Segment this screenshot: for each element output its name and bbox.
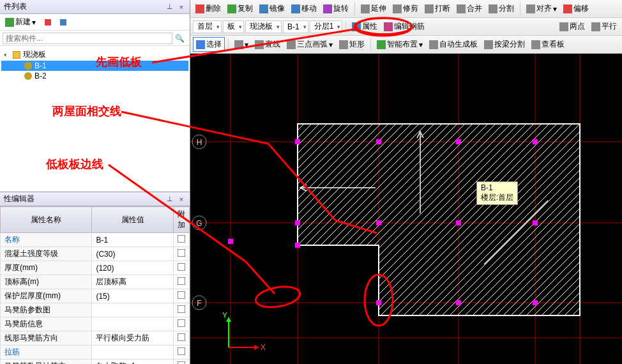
property-row[interactable]: 马凳筋信息 [1,317,190,331]
board-dropdown[interactable]: 板▾ [223,20,244,33]
select-button[interactable]: 选择 [193,37,225,52]
svg-marker-10 [298,124,580,315]
delete-button[interactable]: 删除 [193,2,224,15]
checkbox[interactable] [178,347,185,355]
svg-rect-18 [295,220,300,225]
move-button[interactable]: 移动 [289,2,319,15]
edit-rebar-button[interactable]: 编辑钢筋 [381,20,427,33]
svg-rect-26 [295,243,300,248]
break-button[interactable]: 打断 [422,2,453,15]
mirror-button[interactable]: 镜像 [257,2,287,15]
checkbox[interactable] [178,361,185,364]
arc-tool[interactable]: 三点画弧▾ [284,38,335,51]
smart-layout-button[interactable]: 智能布置▾ [374,38,425,51]
delete-item-button[interactable] [42,18,54,27]
svg-rect-21 [533,220,538,225]
svg-text:F: F [197,299,201,308]
checkbox[interactable] [178,305,185,313]
property-row[interactable]: 顶标高(m)层顶标高 [1,275,190,289]
property-row[interactable]: 拉筋 [1,345,190,360]
trim-button[interactable]: 修剪 [390,2,421,15]
new-bar: 新建▾ [0,14,190,31]
property-row[interactable]: 马凳筋参数图 [1,303,190,317]
toolbar-row-2: 首层▾ 板▾ 现浇板▾ B-1▾ 分层1▾ 属性 编辑钢筋 两点 平行 [190,18,622,36]
beam-split-button[interactable]: 按梁分割 [482,38,527,51]
cast-board-dropdown[interactable]: 现浇板▾ [245,20,282,33]
checkbox[interactable] [178,277,185,285]
property-row[interactable]: 厚度(mm)(120) [1,261,190,275]
tree-item-b1[interactable]: B-1 [1,61,188,71]
property-row[interactable]: 保护层厚度(mm)(15) [1,289,190,303]
align-button[interactable]: 对齐▾ [524,2,559,15]
svg-text:H: H [197,138,202,147]
drawing-canvas[interactable]: H G F X Y B-1楼层:首层 [190,54,622,364]
merge-button[interactable]: 合并 [454,2,485,15]
prop-panel-title: 性编辑器 [4,193,34,204]
close-icon[interactable]: × [177,3,186,11]
property-row[interactable]: 名称B-1 [1,233,190,247]
copy-item-button[interactable] [57,18,69,27]
property-row[interactable]: 线形马凳筋方向平行横向受力筋 [1,331,190,345]
property-table: 属性名称 属性值 附加 名称B-1混凝土强度等级(C30)厚度(mm)(120)… [0,206,190,364]
offset-button[interactable]: 偏移 [561,2,591,15]
prop-panel-header: 性编辑器 ⊥ × [0,192,190,206]
svg-rect-16 [456,139,461,144]
svg-rect-22 [376,300,381,305]
pin-icon[interactable]: ⊥ [165,195,174,204]
tree-item-b2[interactable]: B-2 [1,71,188,81]
svg-rect-15 [376,139,381,144]
rect-tool[interactable]: 矩形 [337,38,367,51]
checkbox[interactable] [178,333,185,341]
checkbox[interactable] [178,249,185,257]
property-row[interactable]: 马凳筋数量计算方向上取整+1 [1,360,190,365]
floor-dropdown[interactable]: 首层▾ [193,20,222,33]
svg-rect-24 [533,300,538,305]
close-icon[interactable]: × [177,195,186,204]
panel-title: 件列表 [4,1,27,12]
toolbar-row-3: 选择 ▾ 直线 三点画弧▾ 矩形 智能布置▾ 自动生成板 按梁分割 查看板 [190,36,622,54]
parallel-button[interactable]: 平行 [589,20,619,33]
search-input[interactable] [3,33,172,44]
svg-rect-19 [376,220,381,225]
level-dropdown[interactable]: 分层1▾ [310,20,343,33]
pin-icon[interactable]: ⊥ [165,3,174,11]
svg-rect-17 [533,139,538,144]
checkbox[interactable] [178,235,185,243]
component-list-panel: 件列表 ⊥ × 新建▾ 🔍 ▾ 现浇板 B-1 B-2 [0,0,190,192]
panel-header: 件列表 ⊥ × [0,0,190,14]
copy-button[interactable]: 复制 [225,2,255,15]
properties-button[interactable]: 属性 [349,20,380,33]
col-value: 属性值 [92,207,174,233]
rotate-button[interactable]: 旋转 [321,2,351,15]
point-tool[interactable]: ▾ [232,39,251,50]
split-button[interactable]: 分割 [486,2,517,15]
extend-button[interactable]: 延伸 [358,2,389,15]
svg-rect-25 [228,239,233,244]
tree-root[interactable]: ▾ 现浇板 [1,49,188,61]
line-tool[interactable]: 直线 [252,38,283,51]
svg-rect-14 [295,139,300,144]
auto-gen-button[interactable]: 自动生成板 [427,38,480,51]
svg-text:Y: Y [222,311,227,320]
property-row[interactable]: 混凝土强度等级(C30) [1,247,190,261]
b1-dropdown[interactable]: B-1▾ [283,20,308,33]
view-board-button[interactable]: 查看板 [529,38,567,51]
component-tree: ▾ 现浇板 B-1 B-2 [0,46,190,84]
svg-text:X: X [261,343,266,352]
svg-marker-34 [254,345,259,350]
svg-text:G: G [196,219,202,228]
search-bar: 🔍 [0,31,190,46]
col-name: 属性名称 [1,207,92,233]
checkbox[interactable] [178,319,185,327]
svg-rect-23 [456,300,461,305]
col-extra: 附加 [174,207,190,233]
property-editor-panel: 性编辑器 ⊥ × 属性名称 属性值 附加 名称B-1混凝土强度等级(C30)厚度… [0,192,190,364]
checkbox[interactable] [178,291,185,299]
board-tooltip: B-1楼层:首层 [476,181,518,205]
search-icon[interactable]: 🔍 [172,33,187,44]
svg-rect-20 [456,220,461,225]
toolbar-row-1: 删除 复制 镜像 移动 旋转 延伸 修剪 打断 合并 分割 对齐▾ 偏移 [190,0,622,18]
new-button[interactable]: 新建▾ [3,15,38,29]
two-point-button[interactable]: 两点 [557,20,588,33]
checkbox[interactable] [178,263,185,271]
